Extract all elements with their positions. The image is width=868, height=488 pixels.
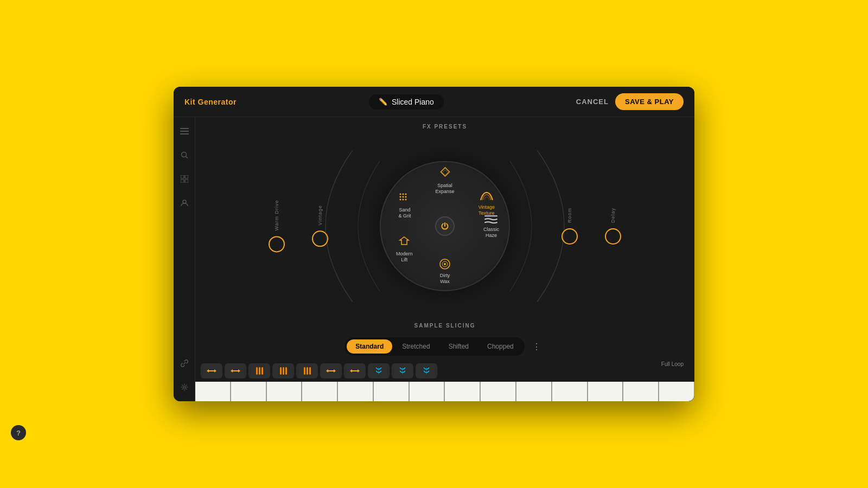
warm-drive-label: Warm Drive bbox=[274, 200, 279, 230]
vintage-texture-icon bbox=[480, 190, 494, 202]
sidebar-icon-settings[interactable] bbox=[177, 380, 192, 395]
classic-haze-label: ClassicHaze bbox=[483, 227, 499, 239]
piano-ctrl-dna-3[interactable] bbox=[416, 363, 437, 378]
white-key-7[interactable] bbox=[409, 382, 445, 401]
white-key-11[interactable] bbox=[552, 382, 588, 401]
svg-rect-34 bbox=[259, 367, 260, 375]
white-key-9[interactable] bbox=[480, 382, 516, 401]
svg-point-10 bbox=[183, 386, 186, 388]
fx-preset-classic-haze[interactable]: ClassicHaze bbox=[483, 214, 499, 239]
svg-marker-43 bbox=[326, 369, 328, 373]
fx-preset-sand-grit[interactable]: Sand& Grit bbox=[398, 192, 411, 219]
cancel-button[interactable]: CANCEL bbox=[576, 98, 609, 106]
fx-preset-dirty-wax[interactable]: DirtyWax bbox=[438, 258, 451, 285]
preset-name-bar[interactable]: ✏️ Sliced Piano bbox=[369, 94, 444, 110]
app-window: Kit Generator ✏️ Sliced Piano CANCEL SAV… bbox=[174, 87, 694, 401]
sand-grit-icon bbox=[398, 192, 411, 205]
white-key-5[interactable] bbox=[337, 382, 373, 401]
fx-preset-modern-lift[interactable]: ModernLift bbox=[396, 236, 413, 263]
warm-drive-knob[interactable] bbox=[269, 236, 285, 253]
vintage-knob[interactable] bbox=[312, 231, 328, 247]
svg-rect-1 bbox=[180, 131, 189, 132]
save-play-button[interactable]: SAVE & PLAY bbox=[615, 93, 684, 110]
white-key-10[interactable] bbox=[516, 382, 552, 401]
knob-warm-drive-group: Warm Drive bbox=[269, 200, 285, 252]
white-key-12[interactable] bbox=[588, 382, 623, 401]
dirty-wax-icon bbox=[438, 258, 451, 271]
tab-standard[interactable]: Standard bbox=[347, 339, 392, 354]
piano-ctrl-expand-4[interactable] bbox=[344, 363, 366, 378]
svg-marker-45 bbox=[334, 369, 336, 373]
slicing-section-label: SAMPLE SLICING bbox=[414, 323, 475, 329]
spatial-expanse-label: SpatialExpanse bbox=[435, 183, 454, 195]
white-key-4[interactable] bbox=[302, 382, 337, 401]
piano-ctrl-expand-right[interactable] bbox=[225, 363, 246, 378]
sidebar-icon-link[interactable] bbox=[177, 356, 192, 371]
spatial-expanse-icon bbox=[438, 166, 452, 181]
delay-label: Delay bbox=[610, 208, 616, 223]
more-options-button[interactable]: ⋮ bbox=[528, 339, 545, 354]
svg-rect-39 bbox=[304, 367, 305, 375]
svg-rect-41 bbox=[309, 367, 311, 375]
svg-marker-30 bbox=[231, 369, 233, 373]
piano-ctrl-dna-1[interactable] bbox=[368, 363, 390, 378]
tab-stretched[interactable]: Stretched bbox=[393, 339, 438, 354]
power-icon bbox=[441, 222, 449, 230]
white-key-14[interactable] bbox=[659, 382, 694, 401]
knob-room-group: Room bbox=[561, 208, 578, 245]
svg-point-17 bbox=[400, 199, 401, 201]
svg-point-13 bbox=[405, 194, 407, 195]
power-button[interactable] bbox=[435, 216, 455, 236]
svg-point-15 bbox=[403, 196, 404, 198]
piano-ctrl-slice-2[interactable] bbox=[272, 363, 294, 378]
piano-ctrl-dna-2[interactable] bbox=[392, 363, 413, 378]
svg-marker-26 bbox=[207, 369, 209, 373]
sidebar-icon-user[interactable] bbox=[177, 195, 192, 210]
slicing-tabs: Standard Stretched Shifted Chopped bbox=[344, 337, 524, 356]
tab-shifted[interactable]: Shifted bbox=[440, 339, 477, 354]
classic-haze-icon bbox=[484, 214, 498, 224]
piano-section: Full Loop bbox=[195, 360, 694, 401]
room-knob[interactable] bbox=[561, 228, 578, 245]
fx-preset-spatial-expanse[interactable]: SpatialExpanse bbox=[435, 166, 454, 195]
piano-ctrl-expand-left[interactable] bbox=[201, 363, 222, 378]
full-loop-label: Full Loop bbox=[661, 361, 684, 367]
sidebar-icon-search[interactable] bbox=[177, 147, 192, 163]
white-key-2[interactable] bbox=[231, 382, 266, 401]
svg-rect-7 bbox=[181, 179, 184, 183]
slicing-section: SAMPLE SLICING Standard Stretched Shifte… bbox=[195, 318, 694, 360]
sidebar-icon-grid[interactable] bbox=[177, 171, 192, 187]
svg-rect-8 bbox=[185, 179, 188, 183]
svg-point-12 bbox=[403, 194, 404, 195]
svg-point-16 bbox=[405, 196, 407, 198]
svg-marker-47 bbox=[350, 369, 352, 373]
white-key-13[interactable] bbox=[623, 382, 659, 401]
svg-rect-37 bbox=[283, 367, 284, 375]
svg-point-14 bbox=[400, 196, 401, 198]
piano-ctrl-expand-3[interactable] bbox=[320, 363, 342, 378]
svg-line-4 bbox=[186, 157, 188, 159]
delay-knob[interactable] bbox=[605, 228, 621, 245]
svg-point-11 bbox=[400, 194, 401, 195]
white-key-6[interactable] bbox=[373, 382, 409, 401]
svg-rect-40 bbox=[307, 367, 308, 375]
sand-grit-label: Sand& Grit bbox=[398, 207, 411, 219]
svg-rect-6 bbox=[185, 175, 188, 178]
svg-point-24 bbox=[444, 263, 446, 265]
sidebar-icon-menu[interactable] bbox=[177, 124, 192, 139]
vintage-label: Vintage bbox=[317, 205, 323, 225]
piano-ctrl-slice-1[interactable] bbox=[248, 363, 270, 378]
white-key-1[interactable] bbox=[195, 382, 231, 401]
app-title: Kit Generator bbox=[184, 98, 237, 106]
fx-disk: Sand& Grit SpatialExpanse bbox=[380, 161, 510, 291]
svg-marker-28 bbox=[214, 369, 216, 373]
tab-chopped[interactable]: Chopped bbox=[478, 339, 522, 354]
white-key-3[interactable] bbox=[266, 382, 302, 401]
svg-point-18 bbox=[403, 199, 404, 201]
header: Kit Generator ✏️ Sliced Piano CANCEL SAV… bbox=[174, 87, 694, 117]
piano-ctrl-slice-3[interactable] bbox=[296, 363, 318, 378]
fx-preset-vintage-texture[interactable]: VintageTexture bbox=[478, 190, 495, 216]
piano-keyboard bbox=[195, 382, 694, 401]
white-key-8[interactable] bbox=[444, 382, 480, 401]
piano-controls-row: Full Loop bbox=[195, 360, 694, 382]
